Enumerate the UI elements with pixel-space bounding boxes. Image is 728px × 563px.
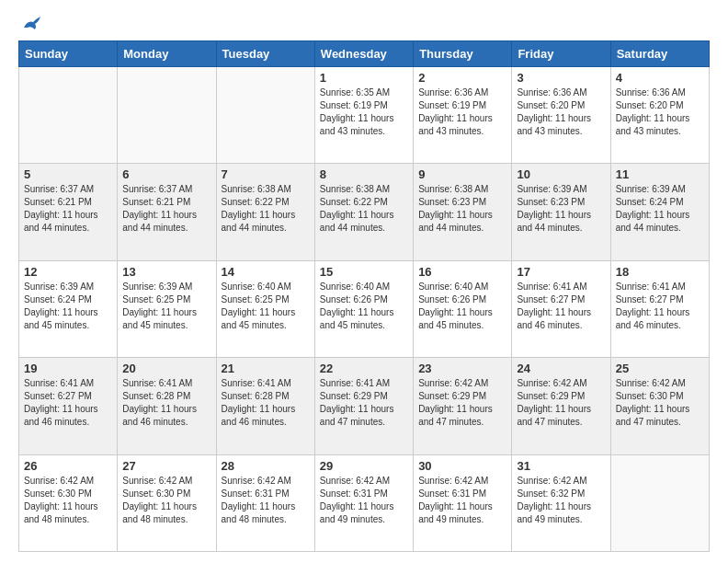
day-info: Sunrise: 6:38 AM Sunset: 6:22 PM Dayligh… bbox=[320, 183, 408, 235]
day-number: 27 bbox=[122, 459, 210, 473]
calendar-week-row: 1Sunrise: 6:35 AM Sunset: 6:19 PM Daylig… bbox=[19, 67, 710, 164]
day-info: Sunrise: 6:41 AM Sunset: 6:28 PM Dayligh… bbox=[122, 377, 210, 429]
day-info: Sunrise: 6:38 AM Sunset: 6:23 PM Dayligh… bbox=[418, 183, 506, 235]
day-info: Sunrise: 6:39 AM Sunset: 6:24 PM Dayligh… bbox=[616, 183, 704, 235]
day-number: 13 bbox=[122, 265, 210, 279]
table-row: 31Sunrise: 6:42 AM Sunset: 6:32 PM Dayli… bbox=[512, 454, 610, 551]
day-number: 19 bbox=[24, 362, 112, 375]
table-row: 6Sunrise: 6:37 AM Sunset: 6:21 PM Daylig… bbox=[118, 164, 216, 260]
table-row: 26Sunrise: 6:42 AM Sunset: 6:30 PM Dayli… bbox=[19, 454, 118, 551]
table-row: 22Sunrise: 6:41 AM Sunset: 6:29 PM Dayli… bbox=[314, 358, 413, 454]
table-row: 29Sunrise: 6:42 AM Sunset: 6:31 PM Dayli… bbox=[314, 454, 413, 551]
table-row: 11Sunrise: 6:39 AM Sunset: 6:24 PM Dayli… bbox=[610, 164, 709, 260]
calendar-table: Sunday Monday Tuesday Wednesday Thursday… bbox=[18, 40, 710, 552]
table-row: 4Sunrise: 6:36 AM Sunset: 6:20 PM Daylig… bbox=[610, 67, 709, 164]
day-info: Sunrise: 6:40 AM Sunset: 6:26 PM Dayligh… bbox=[320, 281, 408, 332]
day-info: Sunrise: 6:41 AM Sunset: 6:29 PM Dayligh… bbox=[320, 377, 408, 429]
day-number: 4 bbox=[616, 71, 704, 85]
col-saturday: Saturday bbox=[610, 41, 709, 67]
day-info: Sunrise: 6:41 AM Sunset: 6:27 PM Dayligh… bbox=[24, 377, 112, 429]
day-number: 15 bbox=[320, 265, 408, 279]
day-number: 24 bbox=[517, 362, 605, 375]
day-info: Sunrise: 6:40 AM Sunset: 6:26 PM Dayligh… bbox=[418, 281, 506, 332]
table-row: 8Sunrise: 6:38 AM Sunset: 6:22 PM Daylig… bbox=[314, 164, 413, 260]
day-info: Sunrise: 6:42 AM Sunset: 6:30 PM Dayligh… bbox=[24, 475, 112, 526]
table-row: 7Sunrise: 6:38 AM Sunset: 6:22 PM Daylig… bbox=[216, 164, 314, 260]
day-info: Sunrise: 6:40 AM Sunset: 6:25 PM Dayligh… bbox=[222, 281, 310, 332]
day-info: Sunrise: 6:39 AM Sunset: 6:25 PM Dayligh… bbox=[122, 281, 210, 332]
logo-bird-icon bbox=[22, 15, 42, 31]
col-sunday: Sunday bbox=[19, 41, 118, 67]
table-row: 17Sunrise: 6:41 AM Sunset: 6:27 PM Dayli… bbox=[512, 260, 610, 357]
day-number: 7 bbox=[222, 167, 310, 181]
day-number: 8 bbox=[320, 167, 408, 181]
table-row: 20Sunrise: 6:41 AM Sunset: 6:28 PM Dayli… bbox=[118, 358, 216, 454]
table-row bbox=[216, 67, 314, 164]
day-number: 12 bbox=[24, 265, 112, 279]
table-row: 21Sunrise: 6:41 AM Sunset: 6:28 PM Dayli… bbox=[216, 358, 314, 454]
calendar-week-row: 12Sunrise: 6:39 AM Sunset: 6:24 PM Dayli… bbox=[19, 260, 710, 357]
day-info: Sunrise: 6:42 AM Sunset: 6:31 PM Dayligh… bbox=[222, 475, 310, 526]
day-number: 20 bbox=[122, 362, 210, 375]
header bbox=[18, 15, 710, 31]
table-row: 25Sunrise: 6:42 AM Sunset: 6:30 PM Dayli… bbox=[610, 358, 709, 454]
day-info: Sunrise: 6:35 AM Sunset: 6:19 PM Dayligh… bbox=[320, 86, 408, 138]
calendar-week-row: 5Sunrise: 6:37 AM Sunset: 6:21 PM Daylig… bbox=[19, 164, 710, 260]
table-row: 30Sunrise: 6:42 AM Sunset: 6:31 PM Dayli… bbox=[414, 454, 512, 551]
table-row: 16Sunrise: 6:40 AM Sunset: 6:26 PM Dayli… bbox=[414, 260, 512, 357]
table-row bbox=[118, 67, 216, 164]
table-row bbox=[19, 67, 118, 164]
day-number: 14 bbox=[222, 265, 310, 279]
col-thursday: Thursday bbox=[414, 41, 512, 67]
table-row: 14Sunrise: 6:40 AM Sunset: 6:25 PM Dayli… bbox=[216, 260, 314, 357]
day-number: 18 bbox=[616, 265, 704, 279]
day-info: Sunrise: 6:41 AM Sunset: 6:28 PM Dayligh… bbox=[222, 377, 310, 429]
day-info: Sunrise: 6:42 AM Sunset: 6:29 PM Dayligh… bbox=[418, 377, 506, 429]
day-number: 6 bbox=[122, 167, 210, 181]
col-monday: Monday bbox=[118, 41, 216, 67]
table-row: 28Sunrise: 6:42 AM Sunset: 6:31 PM Dayli… bbox=[216, 454, 314, 551]
table-row: 15Sunrise: 6:40 AM Sunset: 6:26 PM Dayli… bbox=[314, 260, 413, 357]
day-number: 28 bbox=[222, 459, 310, 473]
day-info: Sunrise: 6:39 AM Sunset: 6:24 PM Dayligh… bbox=[24, 281, 112, 332]
table-row: 2Sunrise: 6:36 AM Sunset: 6:19 PM Daylig… bbox=[414, 67, 512, 164]
day-info: Sunrise: 6:41 AM Sunset: 6:27 PM Dayligh… bbox=[517, 281, 605, 332]
day-number: 1 bbox=[320, 71, 408, 85]
day-number: 23 bbox=[418, 362, 506, 375]
day-info: Sunrise: 6:42 AM Sunset: 6:31 PM Dayligh… bbox=[320, 475, 408, 526]
table-row: 10Sunrise: 6:39 AM Sunset: 6:23 PM Dayli… bbox=[512, 164, 610, 260]
day-info: Sunrise: 6:39 AM Sunset: 6:23 PM Dayligh… bbox=[517, 183, 605, 235]
calendar-header-row: Sunday Monday Tuesday Wednesday Thursday… bbox=[19, 41, 710, 67]
page: Sunday Monday Tuesday Wednesday Thursday… bbox=[0, 0, 728, 563]
calendar-week-row: 26Sunrise: 6:42 AM Sunset: 6:30 PM Dayli… bbox=[19, 454, 710, 551]
day-info: Sunrise: 6:36 AM Sunset: 6:19 PM Dayligh… bbox=[418, 86, 506, 138]
table-row: 1Sunrise: 6:35 AM Sunset: 6:19 PM Daylig… bbox=[314, 67, 413, 164]
table-row: 27Sunrise: 6:42 AM Sunset: 6:30 PM Dayli… bbox=[118, 454, 216, 551]
col-wednesday: Wednesday bbox=[314, 41, 413, 67]
table-row: 13Sunrise: 6:39 AM Sunset: 6:25 PM Dayli… bbox=[118, 260, 216, 357]
col-friday: Friday bbox=[512, 41, 610, 67]
day-number: 16 bbox=[418, 265, 506, 279]
table-row: 9Sunrise: 6:38 AM Sunset: 6:23 PM Daylig… bbox=[414, 164, 512, 260]
day-info: Sunrise: 6:36 AM Sunset: 6:20 PM Dayligh… bbox=[616, 86, 704, 138]
day-number: 17 bbox=[517, 265, 605, 279]
day-info: Sunrise: 6:42 AM Sunset: 6:29 PM Dayligh… bbox=[517, 377, 605, 429]
day-number: 11 bbox=[616, 167, 704, 181]
day-info: Sunrise: 6:37 AM Sunset: 6:21 PM Dayligh… bbox=[122, 183, 210, 235]
table-row: 12Sunrise: 6:39 AM Sunset: 6:24 PM Dayli… bbox=[19, 260, 118, 357]
day-number: 22 bbox=[320, 362, 408, 375]
day-number: 25 bbox=[616, 362, 704, 375]
day-number: 5 bbox=[24, 167, 112, 181]
day-info: Sunrise: 6:42 AM Sunset: 6:32 PM Dayligh… bbox=[517, 475, 605, 526]
day-info: Sunrise: 6:42 AM Sunset: 6:31 PM Dayligh… bbox=[418, 475, 506, 526]
day-number: 26 bbox=[24, 459, 112, 473]
table-row bbox=[610, 454, 709, 551]
day-info: Sunrise: 6:36 AM Sunset: 6:20 PM Dayligh… bbox=[517, 86, 605, 138]
table-row: 3Sunrise: 6:36 AM Sunset: 6:20 PM Daylig… bbox=[512, 67, 610, 164]
day-info: Sunrise: 6:38 AM Sunset: 6:22 PM Dayligh… bbox=[222, 183, 310, 235]
day-info: Sunrise: 6:41 AM Sunset: 6:27 PM Dayligh… bbox=[616, 281, 704, 332]
calendar-week-row: 19Sunrise: 6:41 AM Sunset: 6:27 PM Dayli… bbox=[19, 358, 710, 454]
day-number: 3 bbox=[517, 71, 605, 85]
table-row: 5Sunrise: 6:37 AM Sunset: 6:21 PM Daylig… bbox=[19, 164, 118, 260]
day-info: Sunrise: 6:42 AM Sunset: 6:30 PM Dayligh… bbox=[122, 475, 210, 526]
